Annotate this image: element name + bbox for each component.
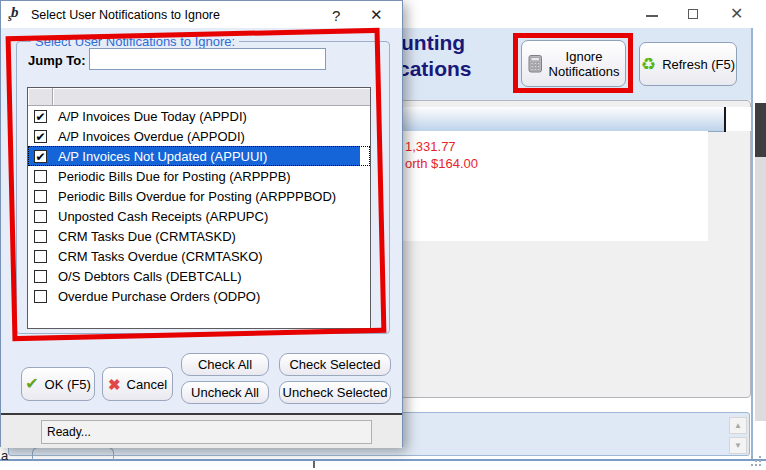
item-label: A/P Invoices Overdue (APPODI) <box>58 129 245 144</box>
list-header <box>28 88 370 106</box>
item-checkbox[interactable] <box>34 230 47 243</box>
uncheck-all-button[interactable]: Uncheck All <box>181 381 269 404</box>
item-label: A/P Invoices Not Updated (APPUUI) <box>58 149 267 164</box>
ignore-notifications-dialog: bs Select User Notifications to Ignore ?… <box>0 0 403 447</box>
check-all-button[interactable]: Check All <box>181 353 269 376</box>
close-icon[interactable]: ✕ <box>730 4 743 24</box>
green-check-icon: ✔ <box>25 376 38 392</box>
item-label: A/P Invoices Due Today (APPDI) <box>58 109 247 124</box>
cancel-button-label: Cancel <box>127 377 167 392</box>
jump-to-input[interactable] <box>89 48 326 70</box>
minimize-icon[interactable] <box>646 15 658 17</box>
below-window-tick <box>313 461 315 468</box>
item-label: Periodic Bills Due for Posting (ARPPPB) <box>58 169 291 184</box>
maximize-icon[interactable] <box>688 9 698 19</box>
below-window-strip <box>0 461 766 470</box>
cancel-button[interactable]: ✖ Cancel <box>102 367 173 401</box>
groupbox-label: Select User Notifications to Ignore: <box>31 34 239 49</box>
item-checkbox[interactable]: ✔ <box>34 150 47 163</box>
ok-button[interactable]: ✔ OK (F5) <box>21 367 95 401</box>
right-edge-dark-segment <box>755 103 766 157</box>
item-checkbox[interactable] <box>34 170 47 183</box>
item-label: Periodic Bills Overdue for Posting (ARPP… <box>58 189 336 204</box>
scroll-down-icon[interactable]: ▼ <box>729 437 747 454</box>
jump-to-label: Jump To: <box>28 53 86 68</box>
item-checkbox[interactable]: ✔ <box>34 130 47 143</box>
check-all-label: Check All <box>198 357 252 372</box>
recycle-icon: ♻ <box>641 56 656 73</box>
item-checkbox[interactable] <box>34 250 47 263</box>
help-icon[interactable]: ? <box>332 7 340 24</box>
item-checkbox[interactable] <box>34 190 47 203</box>
list-item[interactable]: Periodic Bills Overdue for Posting (ARPP… <box>28 186 370 206</box>
item-label: Unposted Cash Receipts (ARPUPC) <box>58 209 268 224</box>
item-label: CRM Tasks Overdue (CRMTASKO) <box>58 249 263 264</box>
list-item[interactable]: Periodic Bills Due for Posting (ARPPPB) <box>28 166 370 186</box>
notification-list-rows: ✔ A/P Invoices Due Today (APPDI) ✔ A/P I… <box>28 106 370 306</box>
right-edge-grey-segment <box>755 157 766 421</box>
dialog-title: Select User Notifications to Ignore <box>31 8 220 22</box>
partially-hidden-button[interactable] <box>32 447 114 460</box>
item-label: CRM Tasks Due (CRMTASKD) <box>58 229 236 244</box>
resize-grip[interactable] <box>750 455 764 469</box>
list-item[interactable]: Unposted Cash Receipts (ARPUPC) <box>28 206 370 226</box>
list-item[interactable]: ✔ A/P Invoices Due Today (APPDI) <box>28 106 370 126</box>
calculator-icon <box>528 55 543 73</box>
list-header-checkbox-column <box>28 88 53 106</box>
app-logo-icon: bs <box>7 4 27 24</box>
item-label: Overdue Purchase Orders (ODPO) <box>58 289 260 304</box>
app-heading-fragment-2: cations <box>398 57 472 81</box>
list-item[interactable]: Overdue Purchase Orders (ODPO) <box>28 286 370 306</box>
background-text-fragment: a <box>1 448 8 463</box>
list-item[interactable]: CRM Tasks Due (CRMTASKD) <box>28 226 370 246</box>
notification-row-fragment-1: 1,331.77 <box>405 139 456 154</box>
check-selected-label: Check Selected <box>289 357 380 372</box>
ok-button-label: OK (F5) <box>45 377 91 392</box>
ignore-button-label-line1: Ignore <box>566 49 603 64</box>
list-header-name-column <box>53 88 370 106</box>
dialog-close-icon[interactable]: ✕ <box>370 6 383 24</box>
scroll-up-icon[interactable]: ▲ <box>729 417 747 434</box>
list-item[interactable]: ✔ A/P Invoices Overdue (APPODI) <box>28 126 370 146</box>
notifications-grid-header-cell <box>726 107 751 131</box>
notifications-grid-header <box>380 107 724 132</box>
red-cross-icon: ✖ <box>108 377 121 392</box>
list-item[interactable]: O/S Debtors Calls (DEBTCALL) <box>28 266 370 286</box>
list-item[interactable]: CRM Tasks Overdue (CRMTASKO) <box>28 246 370 266</box>
item-checkbox[interactable]: ✔ <box>34 110 47 123</box>
status-message: Ready... <box>41 420 372 444</box>
app-heading-fragment-1: unting <box>401 31 465 55</box>
ignore-button-label-line2: Notifications <box>549 64 620 79</box>
ignore-notifications-button[interactable]: Ignore Notifications <box>521 40 626 87</box>
uncheck-all-label: Uncheck All <box>191 385 259 400</box>
check-selected-button[interactable]: Check Selected <box>279 353 391 376</box>
uncheck-selected-label: Uncheck Selected <box>283 385 388 400</box>
item-label: O/S Debtors Calls (DEBTCALL) <box>58 269 242 284</box>
item-checkbox[interactable] <box>34 210 47 223</box>
notification-row-fragment-2: orth $164.00 <box>405 156 478 171</box>
item-checkbox[interactable] <box>34 270 47 283</box>
list-item[interactable]: ✔ A/P Invoices Not Updated (APPUUI) <box>28 146 370 166</box>
refresh-button[interactable]: ♻ Refresh (F5) <box>639 42 737 86</box>
refresh-button-label: Refresh (F5) <box>662 57 735 72</box>
item-checkbox[interactable] <box>34 290 47 303</box>
uncheck-selected-button[interactable]: Uncheck Selected <box>279 381 391 404</box>
notification-list: ✔ A/P Invoices Due Today (APPDI) ✔ A/P I… <box>27 87 371 329</box>
